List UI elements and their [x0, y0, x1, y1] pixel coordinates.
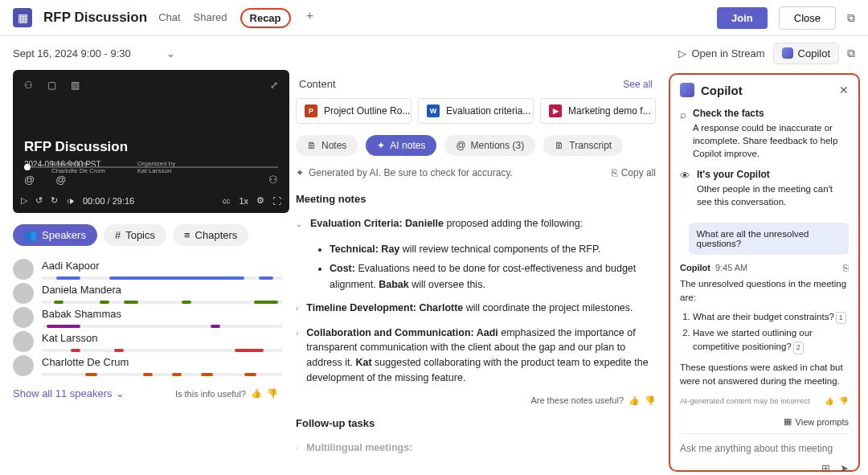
fullscreen-icon[interactable]: ⛶	[272, 196, 281, 206]
speaker-row[interactable]: Babak Shammas	[13, 307, 289, 328]
seg-speakers[interactable]: 👥Speakers	[13, 224, 97, 246]
speakers-list: Aadi KapoorDaniela ManderaBabak ShammasK…	[13, 259, 289, 376]
copilot-response: The unresolved questions in the meeting …	[680, 277, 849, 388]
expand-icon[interactable]: ›	[296, 302, 298, 316]
pill-transcript[interactable]: 🗎Transcript	[543, 135, 623, 156]
popout-icon-2[interactable]: ⧉	[847, 47, 855, 60]
thumbs-up-icon[interactable]: 👍	[825, 396, 834, 405]
search-icon: ⌕	[680, 108, 686, 160]
view-prompts[interactable]: ▦View prompts	[680, 416, 849, 427]
resp-author: Copilot	[680, 263, 710, 272]
close-button[interactable]: Close	[779, 6, 836, 30]
speaker-name: Aadi Kapoor	[42, 260, 289, 272]
speaker-name: Daniela Mandera	[42, 284, 289, 296]
chevron-down-icon: ⌄	[166, 47, 175, 59]
speaker-timeline[interactable]	[42, 373, 283, 376]
forward-icon[interactable]: ↻	[51, 195, 58, 206]
expand-icon[interactable]: ›	[296, 327, 298, 386]
video-player[interactable]: ⚇ ▢ ▥ ⤢ RFP Discussion 2024-09-16 9:00 P…	[13, 70, 289, 213]
send-icon[interactable]: ➤	[840, 462, 849, 474]
pill-mentions[interactable]: @Mentions (3)	[444, 135, 535, 156]
speed-label[interactable]: 1x	[239, 196, 248, 206]
cc-box-icon[interactable]: ▢	[47, 80, 56, 91]
see-all-link[interactable]: See all	[623, 79, 653, 90]
sparkle-icon: ✦	[377, 140, 385, 151]
close-icon[interactable]: ✕	[839, 84, 849, 96]
speaker-row[interactable]: Aadi Kapoor	[13, 259, 289, 280]
tab-shared[interactable]: Shared	[194, 8, 227, 28]
followup-heading: Follow-up tasks	[296, 417, 656, 429]
thumbs-down-icon[interactable]: 👎	[267, 388, 278, 399]
file-chip[interactable]: ▶Marketing demo f...	[540, 98, 656, 124]
thumbs-up-icon[interactable]: 👍	[628, 395, 640, 406]
grid-icon[interactable]: ▥	[71, 80, 80, 91]
settings-icon[interactable]: ⚙	[256, 195, 264, 206]
thumbs-down-icon[interactable]: 👎	[839, 396, 849, 405]
collapse-icon[interactable]: ⌄	[296, 218, 302, 231]
copy-icon[interactable]: ⎘	[843, 263, 849, 272]
left-column: ⚇ ▢ ▥ ⤢ RFP Discussion 2024-09-16 9:00 P…	[0, 70, 289, 475]
resp-time: 9:45 AM	[715, 263, 747, 272]
copilot-input[interactable]	[680, 443, 849, 454]
speaker-row[interactable]: Kat Larsson	[13, 331, 289, 352]
thumbs-down-icon[interactable]: 👎	[645, 395, 656, 406]
volume-icon[interactable]: 🕩	[66, 196, 75, 206]
avatar	[13, 259, 34, 280]
apps-icon[interactable]: ⊞	[821, 462, 830, 474]
transcript-icon: 🗎	[555, 140, 564, 151]
list-icon: ≡	[184, 229, 190, 241]
people-icon-2[interactable]: ⚇	[268, 174, 278, 186]
rewind-icon[interactable]: ↺	[35, 195, 43, 206]
at-icon[interactable]: @	[24, 174, 35, 186]
speaker-row[interactable]: Daniela Mandera	[13, 283, 289, 304]
speakers-icon: 👥	[24, 229, 37, 241]
speaker-timeline[interactable]	[42, 301, 283, 304]
user-question: What are all the unresolved questions?	[689, 223, 850, 255]
people-icon[interactable]: ⚇	[24, 80, 33, 91]
play-icon[interactable]: ▷	[21, 195, 27, 206]
file-icon: ▶	[549, 104, 562, 117]
video-title: RFP Discussion	[24, 139, 278, 155]
speaker-name: Babak Shammas	[42, 308, 289, 320]
seg-chapters[interactable]: ≡Chapters	[173, 224, 248, 246]
file-icon: W	[427, 104, 440, 117]
file-chip[interactable]: PProject Outline Ro...	[296, 98, 411, 124]
ai-gen-label: Generated by AI. Be sure to check for ac…	[309, 167, 513, 178]
sub-bar: Sept 16, 2024 9:00 - 9:30 ⌄ ▷ Open in St…	[0, 36, 868, 70]
copy-all-button[interactable]: ⎘Copy all	[612, 167, 656, 178]
pill-ai-notes[interactable]: ✦AI notes	[366, 135, 436, 156]
popout-icon[interactable]: ⧉	[847, 11, 855, 25]
speaker-timeline[interactable]	[42, 349, 283, 352]
pill-notes[interactable]: 🗎Notes	[296, 135, 358, 156]
main-content: ⚇ ▢ ▥ ⤢ RFP Discussion 2024-09-16 9:00 P…	[0, 70, 868, 475]
avatar	[13, 331, 34, 352]
tab-recap[interactable]: Recap	[240, 8, 291, 28]
copilot-toggle[interactable]: Copilot	[773, 43, 839, 64]
copilot-title: Copilot	[701, 84, 833, 97]
date-picker[interactable]: Sept 16, 2024 9:00 - 9:30 ⌄	[13, 47, 175, 59]
speaker-name: Charlotte De Crum	[42, 356, 289, 368]
seg-topics[interactable]: #Topics	[104, 224, 166, 246]
avatar	[13, 283, 34, 304]
join-button[interactable]: Join	[717, 7, 768, 29]
cc-icon[interactable]: ㏄	[222, 195, 231, 207]
header-tabs: Chat Shared Recap ＋	[158, 8, 315, 28]
file-chip[interactable]: WEvaluation criteria...	[418, 98, 534, 124]
speaker-row[interactable]: Charlotte De Crum	[13, 355, 289, 376]
prompts-icon: ▦	[784, 416, 792, 427]
notes-tabs: 🗎Notes ✦AI notes @Mentions (3) 🗎Transcri…	[296, 135, 656, 156]
segment-tabs: 👥Speakers #Topics ≡Chapters	[13, 224, 289, 246]
show-all-speakers[interactable]: Show all 11 speakers⌄	[13, 387, 125, 399]
thumbs-up-icon[interactable]: 👍	[251, 388, 262, 399]
at-icon-2[interactable]: @	[55, 174, 66, 186]
copilot-logo-icon	[680, 83, 694, 97]
speaker-timeline[interactable]	[42, 325, 283, 328]
speaker-timeline[interactable]	[42, 276, 283, 280]
avatar	[13, 307, 34, 328]
open-in-stream[interactable]: ▷ Open in Stream	[678, 47, 764, 59]
tab-chat[interactable]: Chat	[158, 8, 180, 28]
video-time: 00:00 / 29:16	[83, 196, 134, 206]
avatar	[13, 355, 34, 376]
add-tab-icon[interactable]: ＋	[304, 8, 316, 28]
expand-icon[interactable]: ⤢	[270, 80, 278, 91]
